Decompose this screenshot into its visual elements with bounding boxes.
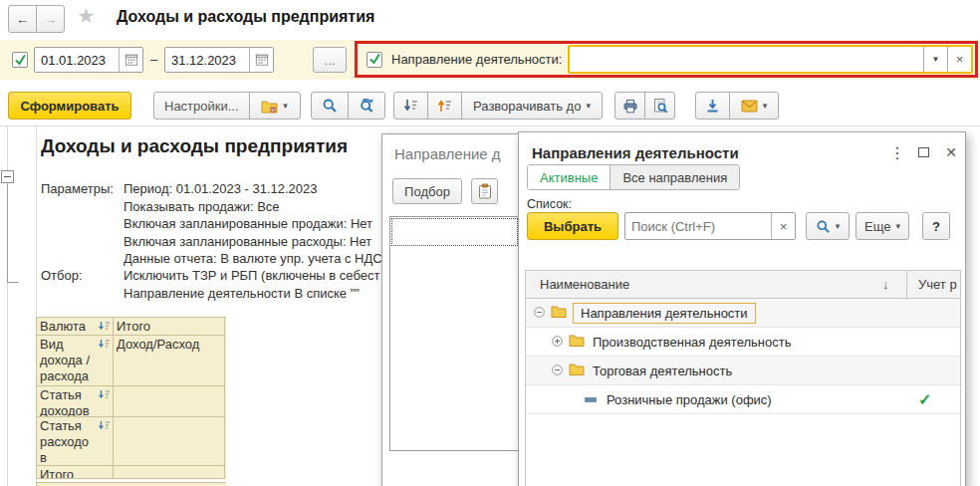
print-button[interactable]	[614, 92, 645, 120]
clipboard-icon	[478, 183, 492, 199]
grid-cell[interactable]	[114, 386, 225, 417]
calendar-icon[interactable]	[119, 48, 142, 72]
grid-cell[interactable]	[114, 466, 225, 479]
menu-dots-icon: ⋮	[889, 143, 905, 162]
more-button[interactable]: Еще ▾	[856, 212, 909, 240]
pick-button[interactable]: Подбор	[392, 178, 462, 204]
params-values: Период: 01.01.2023 - 31.12.2023 Показыва…	[123, 180, 381, 268]
maximize-button[interactable]	[913, 142, 933, 162]
period-variants-button[interactable]: ...	[313, 47, 347, 73]
param-line: Включая запланированные расходы: Нет	[123, 233, 381, 251]
tree-row[interactable]: Розничные продажи (офис) ✓	[526, 385, 960, 414]
column-name[interactable]: Наименование	[540, 277, 629, 292]
direction-highlight-box: Направление деятельности: ▼ ×	[355, 41, 978, 78]
expand-to-button[interactable]: Разворачивать до ▾	[461, 92, 603, 120]
tree-item-label-selected: Направления деятельности	[573, 303, 756, 324]
back-button[interactable]: ←	[8, 5, 37, 33]
sort-icon[interactable]	[98, 419, 111, 435]
search-reset-icon	[359, 98, 375, 114]
group-bracket-line	[7, 184, 8, 282]
view-switcher: Активные Все направления	[527, 164, 740, 190]
grid-cell[interactable]: Итого	[37, 466, 114, 479]
direction-input[interactable]	[570, 47, 923, 72]
direction-picker-dialog: Направление д Подбор	[381, 133, 523, 486]
sort-direction-icon[interactable]: ↓	[882, 277, 889, 292]
picker-selected-empty-row[interactable]	[391, 218, 518, 246]
search-options-button[interactable]: ▾	[806, 212, 850, 240]
expand-groups-icon	[437, 99, 452, 113]
direction-field: ▼ ×	[568, 45, 973, 74]
sort-icon[interactable]	[98, 338, 111, 354]
check-icon	[368, 53, 381, 66]
app-window: ← → ★ Доходы и расходы предприятия – ...	[0, 0, 980, 486]
direction-label: Направление деятельности:	[391, 52, 562, 67]
grid-cell[interactable]: Валюта	[37, 318, 114, 336]
save-button[interactable]	[695, 92, 730, 120]
collapse-groups-button[interactable]	[393, 92, 428, 120]
picker-dialog-title: Направление д	[394, 145, 516, 162]
picker-list[interactable]	[389, 216, 520, 451]
directions-dialog: Направления деятельности ⋮ ✕ Активные Вс…	[518, 131, 966, 486]
date-to-input[interactable]	[165, 48, 249, 72]
tab-active-directions[interactable]: Активные	[528, 165, 610, 189]
expand-groups-button[interactable]	[427, 92, 462, 120]
preview-icon	[652, 98, 668, 114]
find-button[interactable]	[311, 92, 349, 120]
preview-button[interactable]	[644, 92, 675, 120]
direction-clear-button[interactable]: ×	[947, 47, 971, 72]
paste-button[interactable]	[471, 178, 498, 204]
grid-cell[interactable]	[114, 417, 225, 466]
grid-cell[interactable]: Вид дохода / расхода	[37, 336, 114, 386]
column-divider[interactable]	[906, 271, 907, 299]
expand-expander-icon[interactable]	[552, 335, 563, 350]
grid-cell[interactable]: Статья расходов	[37, 417, 114, 466]
maximize-icon	[918, 147, 929, 157]
chevron-down-icon: ▾	[895, 221, 900, 231]
selection-values: Исключить ТЗР и РБП (включены в себест Н…	[123, 267, 381, 302]
chevron-down-icon: ▾	[283, 101, 288, 111]
grid-cell[interactable]: Статья доходов	[37, 386, 114, 417]
column-usage[interactable]: Учет р	[918, 277, 960, 292]
table-row: Итого	[37, 466, 226, 479]
select-button[interactable]: Выбрать	[527, 212, 618, 240]
period-checkbox[interactable]	[12, 52, 28, 68]
sort-icon[interactable]	[98, 388, 111, 404]
settings-group: Настройки... ▾	[153, 92, 301, 120]
tree-row[interactable]: Торговая деятельность	[526, 357, 960, 385]
grid-cell[interactable]: Итого	[114, 318, 225, 336]
search-icon	[816, 219, 831, 234]
search-input[interactable]	[625, 213, 771, 239]
forward-button[interactable]: →	[36, 5, 65, 33]
date-from-field	[34, 47, 143, 73]
collapse-expander-icon[interactable]	[552, 364, 563, 378]
download-icon	[705, 99, 720, 114]
minus-icon	[4, 176, 11, 177]
direction-dropdown-button[interactable]: ▼	[923, 47, 947, 72]
help-button[interactable]: ?	[922, 212, 950, 240]
group-collapse-toggle[interactable]	[1, 170, 14, 183]
grid-cell[interactable]: Доход/Расход	[114, 336, 225, 386]
table-row: Статья доходов	[37, 386, 226, 417]
generate-button[interactable]: Сформировать	[8, 92, 131, 120]
list-label: Список:	[527, 197, 572, 211]
tree-row[interactable]: Производственная деятельность	[526, 328, 960, 357]
favorite-star-icon[interactable]: ★	[77, 4, 96, 28]
search-clear-button[interactable]: ×	[771, 213, 795, 239]
table-row: Вид дохода / расхода Доход/Расход	[37, 336, 226, 386]
tab-all-directions[interactable]: Все направления	[610, 165, 739, 189]
send-mail-button[interactable]: ▾	[729, 92, 779, 120]
direction-checkbox[interactable]	[367, 52, 382, 68]
cancel-search-button[interactable]	[348, 92, 385, 120]
print-group	[614, 92, 675, 120]
collapse-expander-icon[interactable]	[534, 306, 545, 321]
mail-icon	[741, 100, 758, 113]
sort-icon[interactable]	[98, 320, 111, 336]
date-from-input[interactable]	[35, 48, 119, 72]
check-icon	[14, 54, 27, 67]
close-button[interactable]: ✕	[941, 142, 961, 162]
report-variants-button[interactable]: ▾	[249, 92, 301, 120]
window-menu-button[interactable]: ⋮	[887, 142, 907, 162]
settings-button[interactable]: Настройки...	[153, 92, 250, 120]
calendar-icon[interactable]	[249, 48, 273, 72]
tree-row[interactable]: Направления деятельности	[526, 299, 960, 328]
